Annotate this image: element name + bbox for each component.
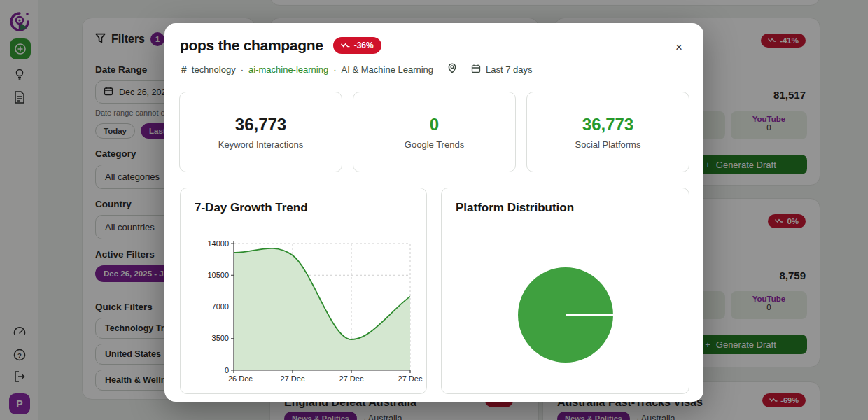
modal-title: pops the champagne xyxy=(180,37,323,54)
svg-text:3500: 3500 xyxy=(212,334,229,342)
dot-separator: · xyxy=(241,64,244,75)
stat-card-keyword-interactions: 36,773 Keyword Interactions xyxy=(179,92,342,172)
stat-value: 36,773 xyxy=(582,115,634,134)
platform-distribution-pie-chart xyxy=(442,188,690,394)
growth-trend-chart-card: 7-Day Growth Trend 035007000105001400026… xyxy=(180,188,427,394)
location-pin-icon xyxy=(447,63,457,76)
svg-text:14000: 14000 xyxy=(207,239,229,248)
stat-label: Google Trends xyxy=(405,139,464,150)
stat-card-google-trends: 0 Google Trends xyxy=(353,92,516,172)
period-text: Last 7 days xyxy=(486,64,533,75)
svg-text:10500: 10500 xyxy=(207,271,229,279)
hashtag-icon: # xyxy=(181,64,187,75)
svg-text:26 Dec: 26 Dec xyxy=(228,374,253,383)
dot-separator: · xyxy=(333,64,336,75)
trending-down-icon xyxy=(341,43,350,49)
stat-value: 0 xyxy=(430,115,439,134)
tag-category: AI & Machine Learning xyxy=(342,64,434,75)
keyword-detail-modal: pops the champagne -36% × # technology ·… xyxy=(164,23,704,402)
svg-text:0: 0 xyxy=(225,366,229,374)
stat-value: 36,773 xyxy=(235,115,286,134)
calendar-icon xyxy=(471,64,481,76)
stat-label: Keyword Interactions xyxy=(218,139,303,150)
growth-trend-line-chart: 035007000105001400026 Dec27 Dec27 Dec27 … xyxy=(181,188,427,394)
stat-card-social-platforms: 36,773 Social Platforms xyxy=(526,92,690,172)
svg-text:27 Dec: 27 Dec xyxy=(398,374,423,383)
close-icon[interactable]: × xyxy=(676,41,682,53)
svg-text:27 Dec: 27 Dec xyxy=(340,374,364,383)
svg-text:27 Dec: 27 Dec xyxy=(281,374,305,383)
trend-badge-value: -36% xyxy=(354,41,374,50)
trend-down-badge: -36% xyxy=(333,37,382,54)
svg-text:7000: 7000 xyxy=(212,302,229,311)
tag-topic: technology xyxy=(192,64,236,75)
platform-distribution-chart-card: Platform Distribution xyxy=(441,188,690,394)
stat-label: Social Platforms xyxy=(575,139,641,150)
tag-slug[interactable]: ai-machine-learning xyxy=(248,64,328,75)
